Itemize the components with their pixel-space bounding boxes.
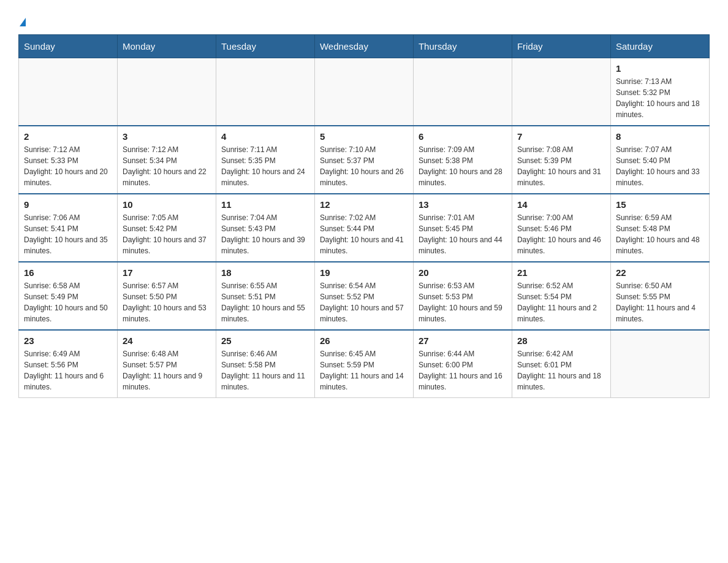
- day-info: Sunrise: 6:45 AM Sunset: 5:59 PM Dayligh…: [320, 348, 408, 393]
- day-info: Sunrise: 7:09 AM Sunset: 5:38 PM Dayligh…: [419, 144, 507, 188]
- day-number: 22: [616, 267, 704, 278]
- day-info: Sunrise: 6:49 AM Sunset: 5:56 PM Dayligh…: [24, 348, 112, 393]
- day-number: 13: [419, 199, 507, 210]
- day-info: Sunrise: 7:11 AM Sunset: 5:35 PM Dayligh…: [221, 144, 309, 188]
- calendar-table: SundayMondayTuesdayWednesdayThursdayFrid…: [18, 34, 710, 398]
- day-info: Sunrise: 7:06 AM Sunset: 5:41 PM Dayligh…: [24, 212, 112, 256]
- calendar-weekday-header: Monday: [117, 35, 216, 58]
- calendar-week-row: 16Sunrise: 6:58 AM Sunset: 5:49 PM Dayli…: [19, 262, 710, 330]
- day-number: 23: [24, 335, 112, 346]
- day-number: 16: [24, 267, 112, 278]
- calendar-day-cell: 25Sunrise: 6:46 AM Sunset: 5:58 PM Dayli…: [216, 330, 314, 398]
- calendar-day-cell: 8Sunrise: 7:07 AM Sunset: 5:40 PM Daylig…: [610, 126, 709, 194]
- calendar-day-cell: 10Sunrise: 7:05 AM Sunset: 5:42 PM Dayli…: [117, 194, 216, 262]
- calendar-day-cell: [314, 58, 413, 126]
- calendar-day-cell: 6Sunrise: 7:09 AM Sunset: 5:38 PM Daylig…: [413, 126, 512, 194]
- day-info: Sunrise: 7:13 AM Sunset: 5:32 PM Dayligh…: [616, 76, 704, 120]
- calendar-day-cell: [117, 58, 216, 126]
- day-number: 17: [123, 267, 211, 278]
- day-info: Sunrise: 6:46 AM Sunset: 5:58 PM Dayligh…: [221, 348, 309, 393]
- calendar-weekday-header: Tuesday: [216, 35, 314, 58]
- day-info: Sunrise: 7:08 AM Sunset: 5:39 PM Dayligh…: [517, 144, 605, 188]
- calendar-day-cell: 11Sunrise: 7:04 AM Sunset: 5:43 PM Dayli…: [216, 194, 314, 262]
- calendar-day-cell: 27Sunrise: 6:44 AM Sunset: 6:00 PM Dayli…: [413, 330, 512, 398]
- day-info: Sunrise: 6:59 AM Sunset: 5:48 PM Dayligh…: [616, 212, 704, 256]
- day-number: 3: [123, 131, 211, 142]
- calendar-day-cell: 12Sunrise: 7:02 AM Sunset: 5:44 PM Dayli…: [314, 194, 413, 262]
- calendar-day-cell: [216, 58, 314, 126]
- day-info: Sunrise: 6:44 AM Sunset: 6:00 PM Dayligh…: [419, 348, 507, 393]
- day-number: 10: [123, 199, 211, 210]
- day-info: Sunrise: 6:50 AM Sunset: 5:55 PM Dayligh…: [616, 280, 704, 324]
- day-info: Sunrise: 6:52 AM Sunset: 5:54 PM Dayligh…: [517, 280, 605, 324]
- day-info: Sunrise: 7:12 AM Sunset: 5:33 PM Dayligh…: [24, 144, 112, 188]
- calendar-weekday-header: Thursday: [413, 35, 512, 58]
- calendar-weekday-header: Wednesday: [314, 35, 413, 58]
- calendar-day-cell: [610, 330, 709, 398]
- logo: [18, 12, 26, 28]
- page-header: [18, 12, 710, 28]
- day-info: Sunrise: 7:04 AM Sunset: 5:43 PM Dayligh…: [221, 212, 309, 256]
- calendar-day-cell: 19Sunrise: 6:54 AM Sunset: 5:52 PM Dayli…: [314, 262, 413, 330]
- day-number: 21: [517, 267, 605, 278]
- day-number: 6: [419, 131, 507, 142]
- calendar-day-cell: 4Sunrise: 7:11 AM Sunset: 5:35 PM Daylig…: [216, 126, 314, 194]
- day-info: Sunrise: 6:55 AM Sunset: 5:51 PM Dayligh…: [221, 280, 309, 324]
- logo-triangle-icon: [20, 18, 26, 26]
- calendar-day-cell: 21Sunrise: 6:52 AM Sunset: 5:54 PM Dayli…: [512, 262, 610, 330]
- day-number: 5: [320, 131, 408, 142]
- day-number: 4: [221, 131, 309, 142]
- day-info: Sunrise: 7:00 AM Sunset: 5:46 PM Dayligh…: [517, 212, 605, 256]
- day-info: Sunrise: 7:01 AM Sunset: 5:45 PM Dayligh…: [419, 212, 507, 256]
- day-number: 24: [123, 335, 211, 346]
- day-number: 28: [517, 335, 605, 346]
- calendar-day-cell: 1Sunrise: 7:13 AM Sunset: 5:32 PM Daylig…: [610, 58, 709, 126]
- calendar-header-row: SundayMondayTuesdayWednesdayThursdayFrid…: [19, 35, 710, 58]
- calendar-week-row: 2Sunrise: 7:12 AM Sunset: 5:33 PM Daylig…: [19, 126, 710, 194]
- calendar-day-cell: 3Sunrise: 7:12 AM Sunset: 5:34 PM Daylig…: [117, 126, 216, 194]
- calendar-day-cell: 13Sunrise: 7:01 AM Sunset: 5:45 PM Dayli…: [413, 194, 512, 262]
- calendar-weekday-header: Friday: [512, 35, 610, 58]
- calendar-day-cell: 22Sunrise: 6:50 AM Sunset: 5:55 PM Dayli…: [610, 262, 709, 330]
- day-number: 1: [616, 63, 704, 74]
- calendar-day-cell: 28Sunrise: 6:42 AM Sunset: 6:01 PM Dayli…: [512, 330, 610, 398]
- day-info: Sunrise: 6:48 AM Sunset: 5:57 PM Dayligh…: [123, 348, 211, 393]
- calendar-day-cell: 14Sunrise: 7:00 AM Sunset: 5:46 PM Dayli…: [512, 194, 610, 262]
- day-number: 19: [320, 267, 408, 278]
- calendar-week-row: 23Sunrise: 6:49 AM Sunset: 5:56 PM Dayli…: [19, 330, 710, 398]
- day-number: 9: [24, 199, 112, 210]
- day-number: 14: [517, 199, 605, 210]
- calendar-weekday-header: Sunday: [19, 35, 118, 58]
- day-number: 12: [320, 199, 408, 210]
- calendar-day-cell: 20Sunrise: 6:53 AM Sunset: 5:53 PM Dayli…: [413, 262, 512, 330]
- day-info: Sunrise: 7:02 AM Sunset: 5:44 PM Dayligh…: [320, 212, 408, 256]
- day-info: Sunrise: 7:05 AM Sunset: 5:42 PM Dayligh…: [123, 212, 211, 256]
- calendar-day-cell: [413, 58, 512, 126]
- calendar-week-row: 1Sunrise: 7:13 AM Sunset: 5:32 PM Daylig…: [19, 58, 710, 126]
- calendar-day-cell: 17Sunrise: 6:57 AM Sunset: 5:50 PM Dayli…: [117, 262, 216, 330]
- day-number: 20: [419, 267, 507, 278]
- day-info: Sunrise: 7:10 AM Sunset: 5:37 PM Dayligh…: [320, 144, 408, 188]
- calendar-day-cell: 15Sunrise: 6:59 AM Sunset: 5:48 PM Dayli…: [610, 194, 709, 262]
- day-info: Sunrise: 6:42 AM Sunset: 6:01 PM Dayligh…: [517, 348, 605, 393]
- calendar-day-cell: 18Sunrise: 6:55 AM Sunset: 5:51 PM Dayli…: [216, 262, 314, 330]
- calendar-day-cell: 5Sunrise: 7:10 AM Sunset: 5:37 PM Daylig…: [314, 126, 413, 194]
- day-number: 26: [320, 335, 408, 346]
- day-number: 2: [24, 131, 112, 142]
- logo-top-row: [18, 12, 26, 28]
- calendar-day-cell: 2Sunrise: 7:12 AM Sunset: 5:33 PM Daylig…: [19, 126, 118, 194]
- day-number: 27: [419, 335, 507, 346]
- day-info: Sunrise: 7:12 AM Sunset: 5:34 PM Dayligh…: [123, 144, 211, 188]
- day-info: Sunrise: 6:53 AM Sunset: 5:53 PM Dayligh…: [419, 280, 507, 324]
- calendar-day-cell: 26Sunrise: 6:45 AM Sunset: 5:59 PM Dayli…: [314, 330, 413, 398]
- day-info: Sunrise: 6:58 AM Sunset: 5:49 PM Dayligh…: [24, 280, 112, 324]
- calendar-day-cell: 7Sunrise: 7:08 AM Sunset: 5:39 PM Daylig…: [512, 126, 610, 194]
- day-number: 8: [616, 131, 704, 142]
- day-number: 18: [221, 267, 309, 278]
- day-info: Sunrise: 6:57 AM Sunset: 5:50 PM Dayligh…: [123, 280, 211, 324]
- calendar-day-cell: 16Sunrise: 6:58 AM Sunset: 5:49 PM Dayli…: [19, 262, 118, 330]
- calendar-day-cell: [19, 58, 118, 126]
- day-number: 25: [221, 335, 309, 346]
- calendar-week-row: 9Sunrise: 7:06 AM Sunset: 5:41 PM Daylig…: [19, 194, 710, 262]
- calendar-day-cell: [512, 58, 610, 126]
